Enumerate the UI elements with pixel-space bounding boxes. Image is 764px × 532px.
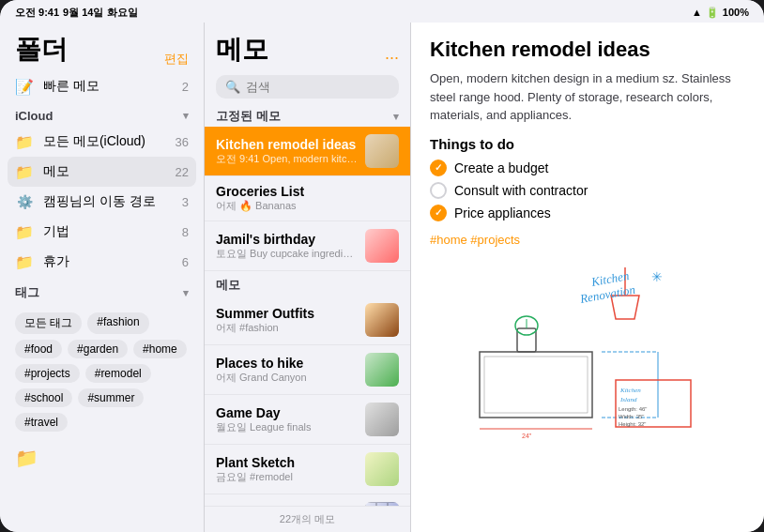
- note-birthday-title: Jamil's birthday: [216, 232, 358, 247]
- folders-bottom-toolbar: 📁: [0, 439, 204, 477]
- icloud-section-header: iCloud ▾: [0, 101, 204, 127]
- battery-icon: 🔋: [706, 7, 719, 19]
- things-to-do-header: Things to do: [430, 136, 745, 152]
- folder-technique-icon: 📁: [15, 222, 34, 241]
- quick-note-item[interactable]: 📝 빠른 메모 2: [0, 71, 204, 101]
- folder-vacation-count: 6: [182, 255, 189, 269]
- folder-all-icon: 📁: [15, 132, 34, 151]
- tag-school[interactable]: #school: [15, 388, 72, 407]
- note-detail-panel: Kitchen remodel ideas Open, modern kitch…: [411, 23, 764, 532]
- svg-rect-0: [480, 352, 592, 418]
- tag-food[interactable]: #food: [15, 340, 62, 358]
- new-folder-button[interactable]: 📁: [15, 447, 38, 469]
- note-item-summer[interactable]: Summer Outfits 어제 #fashion: [205, 296, 410, 345]
- folder-item-vacation[interactable]: 📁 휴가 6: [0, 247, 204, 277]
- note-item-kitchen[interactable]: Kitchen remodel ideas 오전 9:41 Open, mode…: [205, 127, 410, 176]
- tag-home[interactable]: #home: [133, 340, 187, 358]
- todo-checkbox-contractor[interactable]: [430, 182, 447, 199]
- folder-item-camping[interactable]: ⚙️ 캠핑님의 이동 경로 3: [0, 187, 204, 217]
- folder-item-all-icloud[interactable]: 📁 모든 메모(iCloud) 36: [0, 127, 204, 157]
- tag-garden[interactable]: #garden: [68, 340, 128, 358]
- svg-text:✳: ✳: [651, 269, 663, 284]
- note-summer-title: Summer Outfits: [216, 306, 358, 321]
- folder-technique-name: 기법: [43, 223, 173, 240]
- pinned-chevron-icon: ▾: [393, 111, 399, 123]
- search-bar[interactable]: 🔍 🎤: [216, 75, 399, 99]
- tag-summer[interactable]: #summer: [78, 388, 144, 407]
- quick-note-icon: 📝: [15, 77, 34, 96]
- status-date: 9월 14일 화요일: [63, 6, 137, 20]
- notes-section-label: 메모: [216, 277, 240, 294]
- note-tags: #home #projects: [430, 233, 745, 247]
- folder-memo-name: 메모: [43, 163, 166, 180]
- svg-text:24": 24": [522, 433, 532, 439]
- note-item-plant[interactable]: Plant Sketch 금요일 #remodel: [205, 445, 410, 494]
- kitchen-sketch-svg: Kitchen Island Length: 46" Width: 35" He…: [430, 258, 745, 446]
- notes-more-button[interactable]: ···: [385, 48, 399, 68]
- note-kitchen-content: Kitchen remodel ideas 오전 9:41 Open, mode…: [216, 137, 358, 166]
- note-kitchen-thumb: [365, 134, 399, 168]
- todo-item-contractor: Consult with contractor: [430, 182, 745, 199]
- tag-remodel[interactable]: #remodel: [85, 364, 151, 383]
- folders-panel: 폴더 편집 📝 빠른 메모 2 iCloud ▾ 📁 모든 메모(iCloud)…: [0, 23, 205, 532]
- note-item-stitch[interactable]: Stitching Patterns: [205, 494, 410, 506]
- note-groceries-title: Groceries List: [216, 184, 399, 199]
- folder-camping-name: 캠핑님의 이동 경로: [43, 193, 173, 210]
- notes-list: 고정된 메모 ▾ Kitchen remodel ideas 오전 9:41 O…: [205, 102, 410, 506]
- quick-note-count: 2: [182, 80, 189, 94]
- note-birthday-subtitle: 토요일 Buy cupcake ingredients: [216, 247, 358, 261]
- note-gameday-subtitle: 월요일 League finals: [216, 420, 358, 434]
- status-bar: 오전 9:41 9월 14일 화요일 ▲ 🔋 100%: [0, 0, 764, 23]
- svg-rect-1: [484, 357, 588, 413]
- status-time: 오전 9:41: [15, 6, 59, 20]
- folders-header: 폴더 편집: [0, 32, 204, 71]
- note-birthday-content: Jamil's birthday 토요일 Buy cupcake ingredi…: [216, 232, 358, 261]
- note-kitchen-title: Kitchen remodel ideas: [216, 137, 358, 152]
- tag-travel[interactable]: #travel: [15, 413, 68, 432]
- note-plant-thumb: [365, 452, 399, 486]
- folder-vacation-icon: 📁: [15, 252, 34, 271]
- quick-note-label: 빠른 메모: [43, 78, 173, 95]
- svg-rect-4: [517, 328, 536, 352]
- note-item-groceries[interactable]: Groceries List 어제 🔥 Bananas: [205, 176, 410, 221]
- search-icon: 🔍: [225, 80, 240, 94]
- note-hike-content: Places to hike 어제 Grand Canyon: [216, 356, 358, 385]
- svg-text:Width: 35": Width: 35": [619, 414, 644, 419]
- notes-header: 메모 ···: [205, 23, 410, 71]
- todo-text-contractor: Consult with contractor: [454, 183, 588, 198]
- note-hike-title: Places to hike: [216, 356, 358, 371]
- svg-text:Kitchen: Kitchen: [619, 387, 641, 394]
- note-gameday-title: Game Day: [216, 405, 358, 420]
- tag-fashion[interactable]: #fashion: [87, 312, 148, 334]
- notes-footer: 22개의 메모: [205, 506, 410, 532]
- todo-text-budget: Create a budget: [454, 160, 548, 175]
- note-item-birthday[interactable]: Jamil's birthday 토요일 Buy cupcake ingredi…: [205, 221, 410, 271]
- note-hike-subtitle: 어제 Grand Canyon: [216, 371, 358, 385]
- search-input[interactable]: [246, 80, 404, 94]
- svg-text:Length: 46": Length: 46": [619, 406, 648, 412]
- note-plant-content: Plant Sketch 금요일 #remodel: [216, 455, 358, 484]
- folder-all-name: 모든 메모(iCloud): [43, 133, 166, 150]
- folders-edit-button[interactable]: 편집: [164, 51, 189, 68]
- note-summer-content: Summer Outfits 어제 #fashion: [216, 306, 358, 335]
- icloud-label: iCloud: [15, 109, 53, 123]
- folder-camping-icon: ⚙️: [15, 192, 34, 211]
- folder-vacation-name: 휴가: [43, 253, 173, 270]
- note-plant-subtitle: 금요일 #remodel: [216, 470, 358, 484]
- todo-checkbox-budget[interactable]: [430, 160, 447, 176]
- pinned-label: 고정된 메모: [216, 108, 281, 125]
- folder-item-technique[interactable]: 📁 기법 8: [0, 217, 204, 247]
- note-summer-subtitle: 어제 #fashion: [216, 321, 358, 335]
- tag-all[interactable]: 모든 태그: [15, 312, 82, 334]
- note-item-gameday[interactable]: Game Day 월요일 League finals: [205, 395, 410, 445]
- status-indicators: ▲ 🔋 100%: [692, 7, 749, 19]
- tags-section-header: 태그 ▾: [0, 277, 204, 305]
- notes-panel: 메모 ··· 🔍 🎤 고정된 메모 ▾ Kitchen remodel idea…: [205, 23, 411, 532]
- icloud-chevron-icon: ▾: [183, 110, 189, 122]
- folder-item-memo[interactable]: 📁 메모 22: [8, 157, 196, 187]
- notes-section-header: 메모: [205, 271, 410, 296]
- folder-memo-count: 22: [176, 165, 189, 179]
- todo-checkbox-appliances[interactable]: [430, 205, 447, 221]
- tag-projects[interactable]: #projects: [15, 364, 80, 383]
- note-item-hike[interactable]: Places to hike 어제 Grand Canyon: [205, 345, 410, 395]
